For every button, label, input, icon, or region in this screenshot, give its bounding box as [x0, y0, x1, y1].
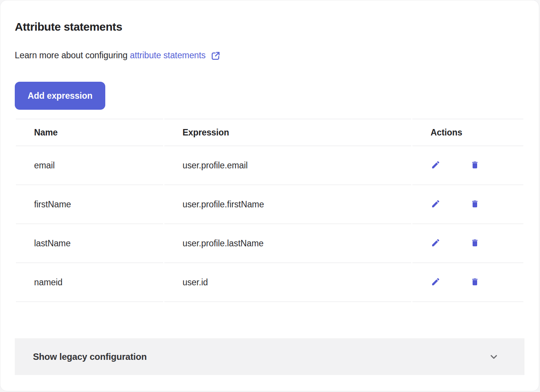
attribute-name: nameid	[16, 263, 163, 302]
table-row: lastName user.profile.lastName	[16, 224, 523, 263]
row-actions	[412, 146, 523, 185]
attribute-name: email	[16, 146, 163, 185]
attribute-expression: user.profile.lastName	[164, 224, 411, 263]
table-row: nameid user.id	[16, 263, 523, 302]
external-link-icon	[210, 49, 221, 61]
edit-attribute-button[interactable]	[431, 160, 440, 170]
learn-more-prefix: Learn more about configuring	[15, 50, 130, 60]
add-expression-button[interactable]: Add expression	[15, 82, 105, 110]
attribute-expression: user.profile.firstName	[164, 185, 411, 224]
table-row: firstName user.profile.firstName	[16, 185, 523, 224]
delete-attribute-button[interactable]	[470, 160, 480, 170]
trash-icon	[470, 238, 479, 249]
edit-attribute-button[interactable]	[431, 277, 440, 287]
column-header-actions: Actions	[412, 119, 523, 146]
delete-attribute-button[interactable]	[470, 277, 480, 287]
page-title: Attribute statements	[15, 0, 524, 34]
learn-more-text: Learn more about configuring attribute s…	[15, 49, 524, 61]
chevron-down-icon	[488, 351, 499, 362]
legacy-configuration-toggle[interactable]: Show legacy configuration	[15, 338, 524, 375]
table-header-row: Name Expression Actions	[16, 119, 523, 146]
card-content: Attribute statements Learn more about co…	[0, 0, 539, 302]
table-row: email user.profile.email	[16, 146, 523, 185]
attribute-expression: user.profile.email	[164, 146, 411, 185]
pencil-icon	[431, 277, 440, 288]
row-actions	[412, 224, 523, 263]
edit-attribute-button[interactable]	[431, 238, 440, 248]
pencil-icon	[431, 160, 440, 171]
pencil-icon	[431, 238, 440, 249]
attribute-name: firstName	[16, 185, 163, 224]
attribute-statements-table: Name Expression Actions email user.profi…	[15, 119, 524, 302]
trash-icon	[470, 277, 479, 288]
delete-attribute-button[interactable]	[470, 238, 480, 248]
attribute-name: lastName	[16, 224, 163, 263]
attribute-statements-link[interactable]: attribute statements	[130, 49, 221, 61]
legacy-configuration-label: Show legacy configuration	[33, 352, 147, 362]
attribute-statements-link-label: attribute statements	[130, 49, 206, 61]
column-header-expression: Expression	[164, 119, 411, 146]
edit-attribute-button[interactable]	[431, 199, 440, 209]
column-header-name: Name	[16, 119, 163, 146]
attribute-expression: user.id	[164, 263, 411, 302]
row-actions	[412, 185, 523, 224]
trash-icon	[470, 199, 479, 210]
attribute-statements-card: Attribute statements Learn more about co…	[0, 0, 539, 391]
pencil-icon	[431, 199, 440, 210]
delete-attribute-button[interactable]	[470, 199, 480, 209]
trash-icon	[470, 160, 479, 171]
row-actions	[412, 263, 523, 302]
